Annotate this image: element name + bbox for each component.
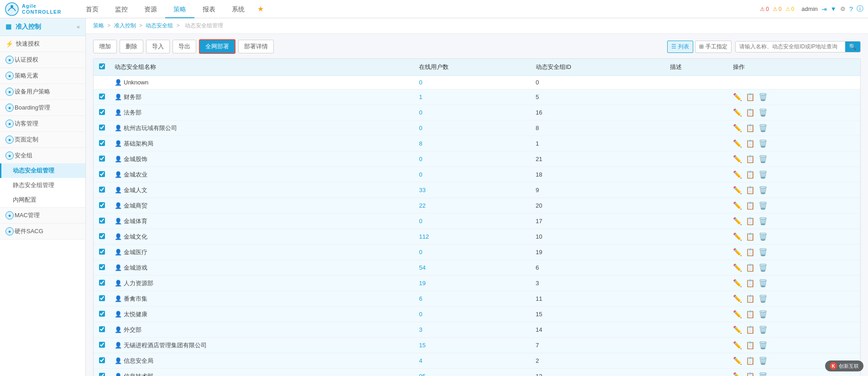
delete-icon[interactable]: 🗑️ — [758, 341, 768, 350]
nav-home[interactable]: 首页 — [78, 0, 107, 18]
row-checkbox[interactable] — [99, 125, 105, 131]
delete-icon[interactable]: 🗑️ — [758, 263, 768, 272]
online-users-link[interactable]: 0 — [419, 156, 422, 162]
row-checkbox[interactable] — [99, 264, 105, 270]
export-button[interactable]: 导出 — [173, 40, 196, 53]
online-users-link[interactable]: 0 — [419, 249, 422, 256]
nav-policy[interactable]: 策略 — [165, 0, 194, 18]
edit-icon[interactable]: ✏️ — [733, 232, 742, 241]
row-checkbox[interactable] — [99, 342, 105, 348]
row-checkbox[interactable] — [99, 233, 105, 239]
copy-icon[interactable]: 📋 — [746, 108, 755, 117]
edit-icon[interactable]: ✏️ — [733, 155, 742, 163]
delete-icon[interactable]: 🗑️ — [758, 139, 768, 148]
edit-icon[interactable]: ✏️ — [733, 248, 742, 256]
delete-icon[interactable]: 🗑️ — [758, 294, 768, 303]
online-users-link[interactable]: 22 — [419, 202, 425, 209]
row-checkbox[interactable] — [99, 202, 105, 208]
deploy-detail-button[interactable]: 部署详情 — [238, 40, 274, 53]
search-button[interactable]: 🔍 — [845, 42, 860, 52]
copy-icon[interactable]: 📋 — [746, 248, 755, 256]
delete-icon[interactable]: 🗑️ — [758, 279, 768, 287]
delete-icon[interactable]: 🗑️ — [758, 155, 768, 163]
sidebar-item-dynamic-security-group[interactable]: 动态安全组管理 — [0, 163, 85, 178]
copy-icon[interactable]: 📋 — [746, 186, 755, 194]
copy-icon[interactable]: 📋 — [746, 279, 755, 287]
nav-system[interactable]: 系统 — [224, 0, 253, 18]
copy-icon[interactable]: 📋 — [746, 356, 755, 365]
edit-icon[interactable]: ✏️ — [733, 356, 742, 365]
row-checkbox[interactable] — [99, 357, 105, 363]
online-users-link[interactable]: 3 — [419, 326, 422, 333]
settings-icon[interactable]: ⚙ — [840, 5, 846, 12]
delete-icon[interactable]: 🗑️ — [758, 124, 768, 132]
row-checkbox[interactable] — [99, 373, 105, 376]
delete-icon[interactable]: 🗑️ — [758, 170, 768, 179]
favorites-star-icon[interactable]: ★ — [253, 5, 268, 13]
row-checkbox[interactable] — [99, 326, 105, 332]
copy-icon[interactable]: 📋 — [746, 170, 755, 179]
row-checkbox[interactable] — [99, 109, 105, 115]
sidebar-collapse-icon[interactable]: « — [77, 24, 80, 30]
edit-icon[interactable]: ✏️ — [733, 279, 742, 287]
edit-icon[interactable]: ✏️ — [733, 170, 742, 179]
sidebar-section-header-device-policy[interactable]: ● 设备用户策略 — [0, 84, 85, 99]
delete-icon[interactable]: 🗑️ — [758, 356, 768, 365]
copy-icon[interactable]: 📋 — [746, 124, 755, 132]
online-users-link[interactable]: 54 — [419, 264, 425, 271]
sidebar-section-header-sacg[interactable]: ● 硬件SACG — [0, 224, 85, 239]
delete-icon[interactable]: 🗑️ — [758, 248, 768, 256]
delete-icon[interactable]: 🗑️ — [758, 186, 768, 194]
copy-icon[interactable]: 📋 — [746, 263, 755, 272]
nav-monitor[interactable]: 监控 — [107, 0, 136, 18]
copy-icon[interactable]: 📋 — [746, 232, 755, 241]
delete-icon[interactable]: 🗑️ — [758, 93, 768, 101]
sidebar-item-intranet-config[interactable]: 内网配置 — [0, 193, 85, 207]
copy-icon[interactable]: 📋 — [746, 372, 755, 376]
edit-icon[interactable]: ✏️ — [733, 201, 742, 210]
edit-icon[interactable]: ✏️ — [733, 372, 742, 376]
online-users-link[interactable]: 112 — [419, 233, 429, 240]
help-icon[interactable]: ? — [849, 5, 853, 13]
edit-icon[interactable]: ✏️ — [733, 325, 742, 334]
copy-icon[interactable]: 📋 — [746, 325, 755, 334]
row-checkbox[interactable] — [99, 218, 105, 224]
delete-icon[interactable]: 🗑️ — [758, 108, 768, 117]
copy-icon[interactable]: 📋 — [746, 217, 755, 225]
sidebar-section-header-mac[interactable]: ● MAC管理 — [0, 208, 85, 223]
breadcrumb-policy[interactable]: 策略 — [93, 22, 104, 29]
edit-icon[interactable]: ✏️ — [733, 186, 742, 194]
online-users-link[interactable]: 95 — [419, 373, 425, 376]
row-checkbox[interactable] — [99, 187, 105, 193]
row-checkbox[interactable] — [99, 280, 105, 286]
filter-icon[interactable]: ▼ — [831, 5, 837, 12]
copy-icon[interactable]: 📋 — [746, 341, 755, 350]
edit-icon[interactable]: ✏️ — [733, 93, 742, 101]
edit-icon[interactable]: ✏️ — [733, 341, 742, 350]
sidebar-item-static-security-group[interactable]: 静态安全组管理 — [0, 178, 85, 193]
nav-report[interactable]: 报表 — [194, 0, 224, 18]
search-input[interactable] — [736, 42, 845, 52]
row-checkbox[interactable] — [99, 311, 105, 317]
online-users-link[interactable]: 0 — [419, 171, 422, 178]
delete-icon[interactable]: 🗑️ — [758, 310, 768, 319]
row-checkbox[interactable] — [99, 140, 105, 146]
online-users-link[interactable]: 33 — [419, 187, 425, 193]
copy-icon[interactable]: 📋 — [746, 201, 755, 210]
online-users-link[interactable]: 15 — [419, 342, 425, 349]
copy-icon[interactable]: 📋 — [746, 155, 755, 163]
view-list-button[interactable]: ☰ 列表 — [667, 41, 693, 53]
delete-icon[interactable]: 🗑️ — [758, 201, 768, 210]
online-users-link[interactable]: 6 — [419, 295, 422, 302]
sidebar-section-header-boarding[interactable]: ● Boarding管理 — [0, 100, 85, 115]
import-button[interactable]: 导入 — [146, 40, 170, 53]
copy-icon[interactable]: 📋 — [746, 93, 755, 101]
online-users-link[interactable]: 0 — [419, 311, 422, 318]
edit-icon[interactable]: ✏️ — [733, 294, 742, 303]
view-manual-button[interactable]: ⊞ 手工指定 — [695, 41, 732, 53]
breadcrumb-dynamic-security-group[interactable]: 动态安全组 — [146, 22, 173, 29]
row-checkbox[interactable] — [99, 156, 105, 162]
online-users-link[interactable]: 8 — [419, 140, 422, 147]
edit-icon[interactable]: ✏️ — [733, 124, 742, 132]
sidebar-section-header-visitor[interactable]: ● 访客管理 — [0, 116, 85, 131]
